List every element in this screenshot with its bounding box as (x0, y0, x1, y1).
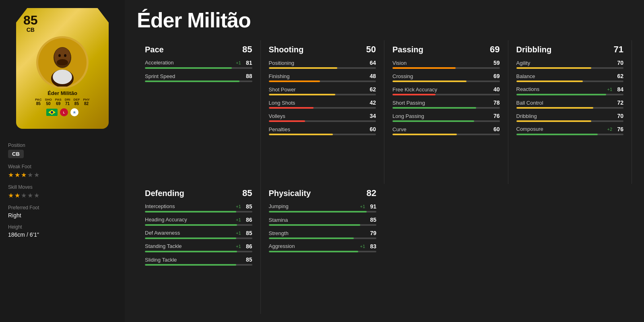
stat-delta: +1 (236, 60, 241, 65)
stat-bar-bg (269, 94, 376, 95)
stat-name: Crossing (392, 73, 413, 79)
stat-row: Reactions+184 (516, 86, 624, 95)
player-card: 85 CB (16, 8, 109, 129)
player-title: Éder Militão (137, 8, 632, 32)
stat-row: Dribbling70 (516, 113, 624, 122)
stat-bar-bg (516, 134, 624, 135)
stat-row: Penalties60 (269, 126, 376, 135)
stat-value: 70 (614, 113, 623, 119)
stat-bar-fill (269, 120, 305, 122)
stat-bar-bg (145, 211, 252, 213)
stat-row: Volleys34 (269, 113, 376, 122)
wf-star-5: ★ (34, 171, 39, 179)
stat-name: Balance (516, 73, 535, 79)
stat-value: 69 (490, 73, 500, 79)
player-info-section: Position CB Weak Foot ★ ★ ★ ★ ★ Skill Mo… (4, 137, 121, 238)
stat-value: 86 (243, 217, 252, 223)
category-dribbling: Dribbling71Agility70Balance62Reactions+1… (508, 40, 632, 184)
stat-name: Interceptions (145, 203, 175, 209)
sm-star-5: ★ (34, 192, 39, 199)
stat-bar-bg (269, 224, 377, 226)
wf-star-3: ★ (21, 171, 27, 179)
stat-name: Composure (516, 126, 543, 132)
stat-bar-bg (516, 94, 624, 95)
stat-name: Curve (392, 126, 407, 132)
category-score-dribbling: 71 (614, 44, 623, 55)
category-score-physicality: 82 (367, 188, 376, 198)
stat-delta: +1 (607, 87, 612, 92)
stat-row: Stamina85 (269, 217, 377, 226)
category-header-dribbling: Dribbling71 (516, 44, 624, 55)
stat-delta: +1 (236, 217, 241, 222)
stat-bar-fill (269, 211, 367, 213)
stat-name: Dribbling (516, 113, 537, 119)
stat-row: Interceptions+185 (145, 203, 252, 213)
stat-value: 42 (366, 99, 376, 106)
stat-row: Crossing69 (392, 73, 500, 82)
position-badge: CB (8, 150, 24, 158)
stat-name: Jumping (269, 203, 289, 209)
stat-value: 62 (366, 86, 376, 93)
stat-bar-fill (145, 251, 237, 252)
stat-value: 85 (243, 203, 252, 210)
stat-bar-fill (269, 80, 320, 82)
stat-bar-fill (269, 134, 333, 135)
stat-delta: +2 (607, 127, 612, 132)
stat-name: Acceleration (145, 60, 174, 66)
category-pace: Pace85Acceleration+181Sprint Speed88 (137, 40, 261, 184)
stat-row: Long Passing76 (392, 113, 500, 122)
stat-row: Vision59 (392, 60, 500, 69)
stat-row: Jumping+191 (269, 203, 377, 213)
wf-star-4: ★ (27, 171, 33, 179)
category-name-physicality: Physicality (269, 189, 311, 198)
stat-value: 34 (366, 113, 376, 119)
stat-bar-fill (516, 120, 592, 122)
category-name-pace: Pace (145, 45, 164, 54)
stat-bar-bg (269, 251, 377, 252)
stat-name: Standing Tackle (145, 243, 182, 249)
wf-star-2: ★ (14, 171, 20, 179)
stat-name: Strength (269, 230, 289, 236)
stat-bar-bg (516, 120, 624, 122)
stat-name: Penalties (269, 126, 290, 132)
stat-name: Aggression (269, 243, 295, 249)
stat-name: Sliding Tackle (145, 257, 177, 263)
stat-bar-fill (145, 67, 232, 69)
stat-row: Ball Control72 (516, 99, 624, 109)
stat-bar-bg (269, 211, 377, 213)
stat-value: 79 (367, 230, 376, 236)
stat-row: Free Kick Accuracy40 (392, 86, 500, 95)
stat-value: 59 (490, 60, 500, 66)
main-content: Éder Militão Pace85Acceleration+181Sprin… (125, 0, 644, 322)
stat-row: Sprint Speed88 (145, 73, 252, 82)
stat-row: Sliding Tackle85 (145, 256, 252, 266)
stat-bar-fill (145, 80, 239, 82)
stat-delta: +1 (236, 204, 241, 209)
stat-value: 78 (490, 99, 500, 106)
stat-row: Balance62 (516, 73, 624, 82)
stat-delta: +1 (360, 244, 365, 249)
left-panel: 85 CB (0, 0, 125, 322)
stat-bar-bg (145, 264, 252, 266)
stat-bar-fill (392, 107, 476, 109)
stat-row: Long Shots42 (269, 99, 376, 109)
stat-bar-fill (269, 67, 338, 69)
sm-star-4: ★ (27, 192, 33, 199)
sm-star-2: ★ (14, 192, 20, 199)
stat-name: Finishing (269, 73, 290, 79)
stat-bar-bg (392, 120, 500, 122)
stat-value: 62 (614, 73, 623, 79)
stat-bar-bg (392, 94, 500, 95)
stat-bar-bg (516, 80, 624, 82)
skill-moves-stars: ★ ★ ★ ★ ★ (8, 192, 117, 199)
stat-name: Long Shots (269, 100, 295, 106)
stat-value: 83 (367, 243, 376, 250)
stat-name: Heading Accuracy (145, 217, 187, 223)
stat-name: Sprint Speed (145, 73, 175, 79)
category-score-shooting: 50 (366, 44, 376, 55)
stat-bar-fill (269, 251, 358, 252)
stat-value: 64 (366, 60, 376, 66)
category-header-physicality: Physicality82 (269, 188, 377, 198)
height-value: 186cm / 6'1" (8, 231, 117, 238)
stat-bar-fill (145, 264, 236, 266)
